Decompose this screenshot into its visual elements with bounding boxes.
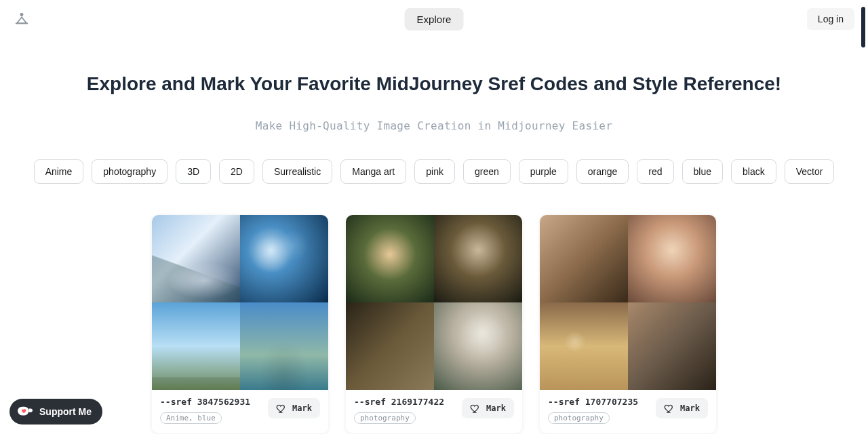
tag-purple[interactable]: purple xyxy=(519,159,568,184)
style-badge: Anime, blue xyxy=(160,412,222,424)
tag-green[interactable]: green xyxy=(463,159,511,184)
preview-image xyxy=(434,302,522,390)
style-badge: photography xyxy=(548,412,610,424)
preview-image xyxy=(346,215,434,302)
tag-anime[interactable]: Anime xyxy=(34,159,84,184)
heart-icon xyxy=(664,403,675,414)
preview-image xyxy=(540,215,628,302)
hero: Explore and Mark Your Favorite MidJourne… xyxy=(0,72,868,132)
page-title: Explore and Mark Your Favorite MidJourne… xyxy=(27,72,841,96)
tag-photography[interactable]: photography xyxy=(92,159,167,184)
mark-label: Mark xyxy=(680,403,700,413)
mark-label: Mark xyxy=(486,403,506,413)
mark-button[interactable]: Mark xyxy=(462,398,514,418)
header: Explore Log in xyxy=(0,0,868,38)
support-me-button[interactable]: Support Me xyxy=(9,399,102,425)
nav-center: Explore xyxy=(405,8,464,31)
sref-card[interactable]: --sref 3847562931 Anime, blue Mark xyxy=(152,215,328,433)
tag-black[interactable]: black xyxy=(731,159,776,184)
mark-button[interactable]: Mark xyxy=(656,398,708,418)
tag-orange[interactable]: orange xyxy=(576,159,629,184)
card-image-grid xyxy=(540,215,716,390)
support-label: Support Me xyxy=(39,406,92,417)
card-meta: --sref 1707707235 photography Mark xyxy=(540,390,716,433)
svg-point-0 xyxy=(20,14,22,16)
style-badge: photography xyxy=(354,412,416,424)
heart-icon xyxy=(276,403,287,414)
preview-image xyxy=(240,302,328,390)
scrollbar-thumb[interactable] xyxy=(861,7,865,47)
tag-red[interactable]: red xyxy=(637,159,673,184)
card-image-grid xyxy=(152,215,328,390)
sref-code: --sref 2169177422 xyxy=(354,397,444,407)
mark-label: Mark xyxy=(292,403,312,413)
preview-image xyxy=(346,302,434,390)
sref-card[interactable]: --sref 1707707235 photography Mark xyxy=(540,215,716,433)
sref-code: --sref 1707707235 xyxy=(548,397,638,407)
site-logo[interactable] xyxy=(14,11,30,27)
tag-vector[interactable]: Vector xyxy=(785,159,835,184)
preview-image xyxy=(540,302,628,390)
tag-manga-art[interactable]: Manga art xyxy=(340,159,406,184)
kofi-icon xyxy=(16,404,34,419)
card-image-grid xyxy=(346,215,522,390)
card-grid: --sref 3847562931 Anime, blue Mark --sre… xyxy=(0,215,868,433)
mark-button[interactable]: Mark xyxy=(268,398,320,418)
preview-image xyxy=(434,215,522,302)
card-meta: --sref 3847562931 Anime, blue Mark xyxy=(152,390,328,433)
tag-pink[interactable]: pink xyxy=(414,159,455,184)
preview-image xyxy=(240,215,328,302)
card-meta: --sref 2169177422 photography Mark xyxy=(346,390,522,433)
tag-3d[interactable]: 3D xyxy=(176,159,211,184)
tag-blue[interactable]: blue xyxy=(682,159,723,184)
tag-surrealistic[interactable]: Surrealistic xyxy=(262,159,332,184)
tag-2d[interactable]: 2D xyxy=(219,159,254,184)
tag-row: Anime photography 3D 2D Surrealistic Man… xyxy=(0,159,868,184)
explore-tab[interactable]: Explore xyxy=(405,8,464,31)
heart-icon xyxy=(470,403,481,414)
preview-image xyxy=(628,215,716,302)
preview-image xyxy=(152,215,240,302)
page-subtitle: Make High-Quality Image Creation in Midj… xyxy=(27,119,841,132)
sref-card[interactable]: --sref 2169177422 photography Mark xyxy=(346,215,522,433)
sref-code: --sref 3847562931 xyxy=(160,397,250,407)
preview-image xyxy=(152,302,240,390)
preview-image xyxy=(628,302,716,390)
login-button[interactable]: Log in xyxy=(807,8,854,30)
